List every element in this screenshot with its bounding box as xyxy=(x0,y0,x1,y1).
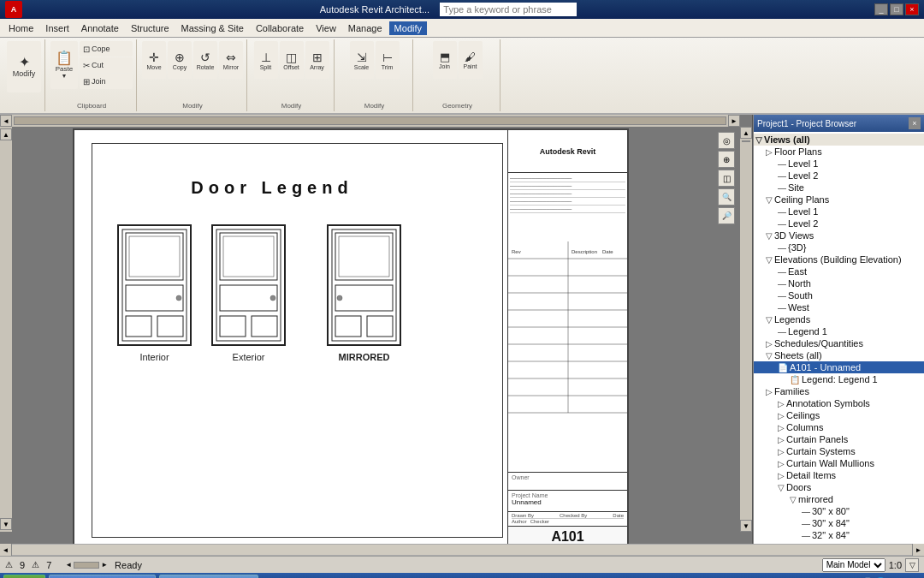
tree-32x84[interactable]: — 32" x 84" xyxy=(754,529,924,541)
tree-ceilings[interactable]: ▷ Ceilings xyxy=(754,409,924,421)
right-scrollbar[interactable]: ▲ ▼ xyxy=(740,127,752,532)
tree-3d-views[interactable]: ▽ 3D Views xyxy=(754,229,924,241)
scale-row-3: ───────────────── xyxy=(510,190,625,198)
tree-level2[interactable]: — Level 2 xyxy=(754,170,924,182)
nav-down-arrow[interactable]: ▼ xyxy=(0,518,12,530)
join-button[interactable]: ⊞ Join xyxy=(80,74,133,89)
tool-paint[interactable]: 🖌 Paint xyxy=(459,41,483,79)
tree-elevations[interactable]: ▽ Elevations (Building Elevation) xyxy=(754,253,924,265)
tree-mirrored[interactable]: ▽ mirrored xyxy=(754,493,924,505)
tree-detail-items[interactable]: ▷ Detail Items xyxy=(754,469,924,481)
tree-families[interactable]: ▷ Families xyxy=(754,385,924,397)
top-scrollbar[interactable]: ◄ ► xyxy=(0,115,740,127)
tree-level1[interactable]: — Level 1 xyxy=(754,158,924,170)
tree-east[interactable]: — East xyxy=(754,265,924,277)
menu-view[interactable]: View xyxy=(311,21,341,35)
east-icon: — xyxy=(778,267,786,277)
tree-ceiling-l2[interactable]: — Level 2 xyxy=(754,217,924,229)
menu-massing[interactable]: Massing & Site xyxy=(176,21,249,35)
menu-bar: Home Insert Annotate Structure Massing &… xyxy=(0,19,924,38)
ribbon: ✦ Modify 📋 Paste ▼ ⊡ Cope ✂ Cut ⊞ xyxy=(0,38,924,115)
tree-ceiling-l1[interactable]: — Level 1 xyxy=(754,206,924,217)
tree-legend-sheet[interactable]: 📋 Legend: Legend 1 xyxy=(754,373,924,385)
tree-columns[interactable]: ▷ Columns xyxy=(754,421,924,433)
menu-home[interactable]: Home xyxy=(3,21,38,35)
tool-move[interactable]: ✛ Move xyxy=(142,41,166,79)
scroll-right-arrow[interactable]: ► xyxy=(728,115,740,127)
view-nav-left-arrow[interactable]: ◄ xyxy=(0,544,12,556)
menu-manage[interactable]: Manage xyxy=(343,21,388,35)
tree-legends[interactable]: ▽ Legends xyxy=(754,313,924,325)
h-scrollbar-area[interactable]: ◄ ► xyxy=(65,561,108,569)
drawing-viewport[interactable]: ◄ ► ▲ ▼ ▲ ▼ ◎ ⊕ ◫ 🔍 🔎 xyxy=(0,115,753,544)
tool-trim[interactable]: ⊢ Trim xyxy=(376,41,400,79)
menu-modify[interactable]: Modify xyxy=(389,21,427,35)
tree-curtain-systems[interactable]: ▷ Curtain Systems xyxy=(754,445,924,457)
tree-schedules[interactable]: ▷ Schedules/Quantities xyxy=(754,337,924,349)
scroll-down-arrow[interactable]: ▼ xyxy=(740,520,752,532)
v-scroll-thumb[interactable] xyxy=(742,140,750,142)
view-ctrl-5[interactable]: 🔎 xyxy=(718,207,735,224)
menu-annotate[interactable]: Annotate xyxy=(76,21,124,35)
minimize-button[interactable]: _ xyxy=(874,3,888,15)
view-ctrl-2[interactable]: ⊕ xyxy=(718,151,735,168)
tool-copy[interactable]: ⊕ Copy xyxy=(168,41,192,79)
tool-mirror-pick[interactable]: ⇔ Mirror xyxy=(219,41,243,79)
tree-views-header[interactable]: ▽ Views (all) xyxy=(754,134,924,146)
menu-insert[interactable]: Insert xyxy=(40,21,74,35)
tool-array[interactable]: ⊞ Array xyxy=(305,41,329,79)
tree-curtain-wall-mullions[interactable]: ▷ Curtain Wall Mullions xyxy=(754,457,924,469)
tree-legend1[interactable]: — Legend 1 xyxy=(754,325,924,337)
tree-a101[interactable]: 📄 A101 - Unnamed xyxy=(754,361,924,373)
nav-up-arrow[interactable]: ▲ xyxy=(0,128,12,140)
paste-button[interactable]: 📋 Paste ▼ xyxy=(50,41,78,89)
32x84-label: 32" x 84" xyxy=(812,530,850,540)
hscroll-right[interactable]: ► xyxy=(101,561,108,569)
cut-button[interactable]: ✂ Cut xyxy=(80,57,133,73)
tool-offset[interactable]: ◫ Offset xyxy=(280,41,304,79)
tree-34x80[interactable]: — 34" x 80" xyxy=(754,541,924,544)
tree-ceiling-plans[interactable]: ▽ Ceiling Plans xyxy=(754,194,924,206)
view-ctrl-3[interactable]: ◫ xyxy=(718,170,735,187)
revit-taskbtn[interactable]: A Autodesk Revit Arc... xyxy=(159,575,258,578)
tree-3d[interactable]: — {3D} xyxy=(754,241,924,253)
maximize-button[interactable]: □ xyxy=(890,3,903,15)
cope-button[interactable]: ⊡ Cope xyxy=(80,41,133,57)
h-scroll-thumb[interactable] xyxy=(14,116,726,125)
view-nav-tab-area xyxy=(12,545,912,555)
tree-30x84[interactable]: — 30" x 84" xyxy=(754,517,924,529)
tree-floor-plans[interactable]: ▷ Floor Plans xyxy=(754,146,924,158)
door-exterior-group: Exterior xyxy=(208,221,289,362)
filter-icon[interactable]: ▽ xyxy=(905,558,919,572)
menu-structure[interactable]: Structure xyxy=(126,21,175,35)
mirroring-legend-taskbtn[interactable]: ◫ Mirroring Legend Co... xyxy=(49,575,157,578)
start-button[interactable]: ⊞ Start xyxy=(3,575,45,578)
tool-rotate[interactable]: ↺ Rotate xyxy=(193,41,217,79)
close-button[interactable]: × xyxy=(905,3,919,15)
scroll-left-arrow[interactable]: ◄ xyxy=(0,115,12,127)
modify-button[interactable]: ✦ Modify xyxy=(7,41,41,92)
menu-collaborate[interactable]: Collaborate xyxy=(251,21,309,35)
tree-doors[interactable]: ▽ Doors xyxy=(754,481,924,493)
tool-join-geo[interactable]: ⬒ Join xyxy=(433,41,457,79)
tree-north[interactable]: — North xyxy=(754,277,924,289)
tree-30x80[interactable]: — 30" x 80" xyxy=(754,505,924,517)
tool-split[interactable]: ⊥ Split xyxy=(254,41,278,79)
view-ctrl-4[interactable]: 🔍 xyxy=(718,188,735,206)
tree-site[interactable]: — Site xyxy=(754,182,924,194)
tree-sheets-all[interactable]: ▽ Sheets (all) xyxy=(754,349,924,361)
tree-south[interactable]: — South xyxy=(754,289,924,301)
hscroll-left[interactable]: ◄ xyxy=(65,561,72,569)
pb-close-button[interactable]: × xyxy=(909,117,921,129)
scroll-up-arrow[interactable]: ▲ xyxy=(740,127,752,139)
tool-scale[interactable]: ⇲ Scale xyxy=(350,41,374,79)
hscroll-track[interactable] xyxy=(74,562,99,569)
tree-annotation-symbols[interactable]: ▷ Annotation Symbols xyxy=(754,397,924,409)
move-icon: ✛ xyxy=(149,51,159,64)
view-nav-right-arrow[interactable]: ► xyxy=(912,544,924,556)
search-input[interactable] xyxy=(440,3,577,16)
tree-west[interactable]: — West xyxy=(754,301,924,313)
model-selector[interactable]: Main Model xyxy=(822,558,886,572)
view-ctrl-1[interactable]: ◎ xyxy=(718,132,735,149)
tree-curtain-panels[interactable]: ▷ Curtain Panels xyxy=(754,433,924,445)
